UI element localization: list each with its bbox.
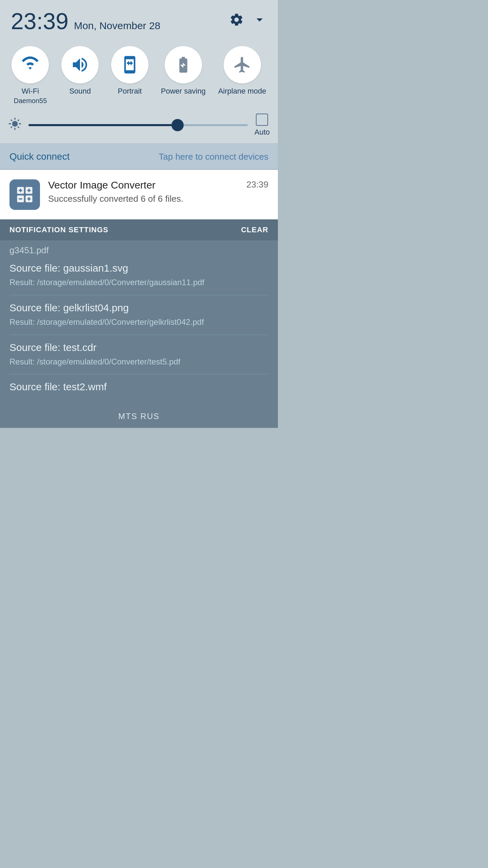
wifi-toggle[interactable]: Wi-Fi Daemon55 xyxy=(12,46,49,105)
power-saving-toggle-circle[interactable] xyxy=(165,46,202,83)
file-result-2: Result: /storage/emulated/0/Converter/te… xyxy=(9,356,268,368)
app-icon xyxy=(9,179,40,210)
airplane-toggle-circle[interactable] xyxy=(224,46,261,83)
auto-label: Auto xyxy=(255,128,270,137)
sound-toggle-circle[interactable] xyxy=(61,46,99,83)
file-source-3: Source file: test2.wmf xyxy=(9,381,268,393)
notification-title-row: Vector Image Converter 23:39 xyxy=(48,179,268,191)
power-saving-toggle[interactable]: Power saving xyxy=(161,46,206,96)
auto-brightness-toggle[interactable]: Auto xyxy=(255,114,270,137)
quick-toggles: Wi-Fi Daemon55 Sound Portrait Power s xyxy=(0,39,278,110)
time-date: 23:39 Mon, November 28 xyxy=(11,9,160,33)
file-entry-2: Source file: test.cdr Result: /storage/e… xyxy=(9,335,268,375)
quick-connect-bar[interactable]: Quick connect Tap here to connect device… xyxy=(0,143,278,170)
bottom-bar: MTS RUS xyxy=(0,405,278,428)
notification-settings-bar: NOTIFICATION SETTINGS CLEAR xyxy=(0,219,278,240)
file-entry-1: Source file: gelkrlist04.png Result: /st… xyxy=(9,295,268,335)
file-entry-3: Source file: test2.wmf xyxy=(9,374,268,405)
sound-toggle[interactable]: Sound xyxy=(61,46,99,96)
slider-fill xyxy=(28,124,178,126)
file-entry-0: Source file: gaussian1.svg Result: /stor… xyxy=(9,256,268,295)
wifi-sublabel: Daemon55 xyxy=(14,97,47,105)
file-source-2: Source file: test.cdr xyxy=(9,342,268,353)
brightness-slider[interactable] xyxy=(28,118,248,132)
brightness-row: Auto xyxy=(0,110,278,143)
quick-connect-label: Quick connect xyxy=(9,151,69,162)
brightness-icon xyxy=(8,117,22,134)
notification-settings-label[interactable]: NOTIFICATION SETTINGS xyxy=(9,225,108,234)
svg-rect-0 xyxy=(127,57,132,58)
airplane-label: Airplane mode xyxy=(218,87,266,96)
status-bar: 23:39 Mon, November 28 xyxy=(0,0,278,39)
slider-track xyxy=(28,124,248,126)
file-result-1: Result: /storage/emulated/0/Converter/ge… xyxy=(9,316,268,328)
status-icons xyxy=(229,12,267,30)
chevron-down-icon[interactable] xyxy=(252,12,267,30)
date: Mon, November 28 xyxy=(74,20,160,32)
file-result-0: Result: /storage/emulated/0/Converter/ga… xyxy=(9,277,268,288)
file-list: g3451.pdf Source file: gaussian1.svg Res… xyxy=(0,240,278,405)
notification-title: Vector Image Converter xyxy=(48,179,156,191)
notification-content: Vector Image Converter 23:39 Successfull… xyxy=(48,179,268,204)
partial-filename: g3451.pdf xyxy=(9,240,268,256)
power-saving-label: Power saving xyxy=(161,87,206,96)
notification-card[interactable]: Vector Image Converter 23:39 Successfull… xyxy=(0,170,278,219)
wifi-label: Wi-Fi xyxy=(22,87,39,96)
portrait-toggle-circle[interactable] xyxy=(111,46,148,83)
settings-icon[interactable] xyxy=(229,12,244,30)
notification-body: Successfully converted 6 of 6 files. xyxy=(48,194,183,204)
clock: 23:39 xyxy=(11,9,68,33)
carrier-text: MTS RUS xyxy=(118,412,160,421)
auto-checkbox-box[interactable] xyxy=(256,114,268,126)
slider-thumb[interactable] xyxy=(171,119,184,131)
file-source-1: Source file: gelkrlist04.png xyxy=(9,302,268,314)
sound-label: Sound xyxy=(69,87,91,96)
portrait-toggle[interactable]: Portrait xyxy=(111,46,148,96)
clear-notifications-button[interactable]: CLEAR xyxy=(241,225,268,234)
airplane-toggle[interactable]: Airplane mode xyxy=(218,46,266,96)
notification-time: 23:39 xyxy=(246,179,268,190)
portrait-label: Portrait xyxy=(118,87,142,96)
wifi-toggle-circle[interactable] xyxy=(12,46,49,83)
quick-connect-action[interactable]: Tap here to connect devices xyxy=(159,152,268,162)
file-source-0: Source file: gaussian1.svg xyxy=(9,262,268,274)
